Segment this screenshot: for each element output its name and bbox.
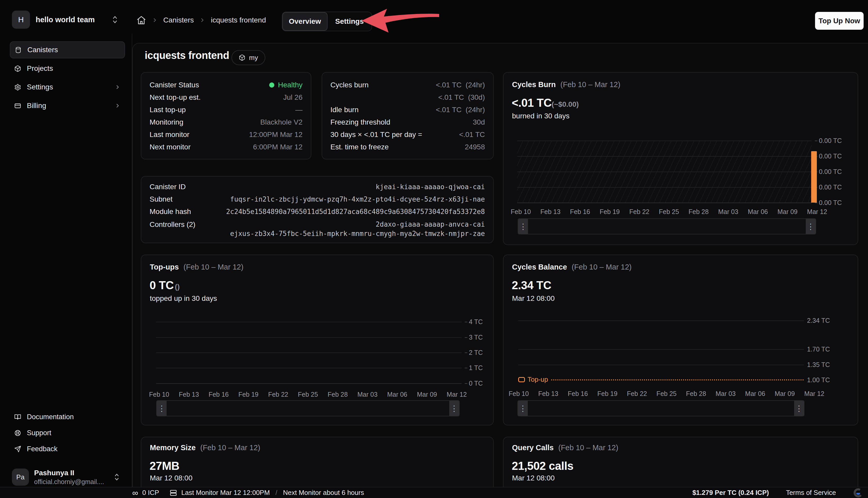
credit-card-icon [14, 102, 21, 109]
project-tag[interactable]: my [231, 50, 265, 65]
team-avatar: H [12, 11, 30, 29]
slider-handle-right[interactable]: ⋮ [794, 401, 804, 416]
sidebar-item-documentation[interactable]: Documentation [10, 409, 125, 425]
y-axis-label: 1.00 TC [807, 376, 830, 384]
y-axis-label: 0.00 TC [819, 199, 842, 207]
top-up-now-button[interactable]: Top Up Now [815, 12, 864, 30]
slider-handle-right[interactable]: ⋮ [806, 219, 816, 234]
row-value: 6:00PM Mar 12 [253, 143, 303, 151]
chart-title: Cycles Burn [512, 80, 556, 89]
x-axis: Feb 10Feb 13Feb 16Feb 19Feb 22Feb 25Feb … [511, 208, 827, 215]
sidebar-item-settings[interactable]: Settings [10, 79, 125, 96]
team-switcher[interactable]: H hello world team [12, 10, 119, 29]
sidebar-item-label: Documentation [27, 413, 74, 421]
row-label: Monitoring [150, 118, 184, 126]
cycles-burn-chart-card: Cycles Burn (Feb 10 – Mar 12) <.01 TC(~$… [503, 72, 858, 245]
next-monitor-text: Next Monitor about 6 hours [283, 489, 364, 497]
canister-id-card: Canister ID kjeai-kiaaa-aaaao-qjwoa-cai … [141, 176, 494, 243]
sidebar-item-label: Canisters [27, 46, 120, 54]
chart-range-slider[interactable]: ⋮ ⋮ [156, 400, 459, 416]
sidebar-item-label: Support [27, 429, 51, 437]
chart-date-range: (Feb 10 – Mar 12) [200, 444, 260, 452]
row-label: 30 days × <.01 TC per day = [330, 131, 422, 139]
chart-range-slider[interactable]: ⋮ ⋮ [518, 400, 804, 416]
table-row: Canister Status Healthy [150, 79, 303, 91]
slider-handle-left[interactable]: ⋮ [518, 219, 528, 234]
y-axis-label: 0.00 TC [819, 168, 842, 175]
y-axis-label: 0 TC [469, 380, 483, 387]
x-axis-label: Feb 22 [627, 390, 647, 397]
paper-plane-icon [14, 445, 21, 453]
table-row: 30 days × <.01 TC per day = <.01 TC [330, 129, 485, 141]
slider-handle-left[interactable]: ⋮ [157, 401, 166, 416]
breadcrumb-current: icquests frontend [211, 16, 266, 24]
top-ups-chart-card: Top-ups (Feb 10 – Mar 12) 0 TC () topped… [141, 254, 494, 425]
chart-subtitle: topped up in 30 days [150, 294, 217, 303]
server-icon [170, 489, 177, 497]
slider-handle-right[interactable]: ⋮ [449, 401, 459, 416]
x-axis-label: Feb 28 [686, 390, 706, 397]
chart-range-slider[interactable]: ⋮ ⋮ [518, 218, 816, 234]
chevron-right-icon [114, 102, 121, 109]
chevron-updown-icon [111, 15, 119, 24]
sidebar-item-feedback[interactable]: Feedback [10, 441, 125, 457]
sidebar-item-support[interactable]: Support [10, 425, 125, 441]
slider-track[interactable] [528, 219, 806, 234]
book-icon [14, 413, 21, 420]
row-label: Subnet [150, 195, 173, 204]
x-axis-label: Feb 25 [298, 391, 318, 398]
chevron-updown-icon [113, 473, 120, 481]
x-axis-label: Mar 06 [748, 208, 768, 215]
row-label: Est. time to freeze [330, 143, 389, 151]
x-axis-label: Feb 10 [509, 390, 529, 397]
cube-icon [14, 65, 21, 72]
team-name: hello world team [36, 15, 105, 24]
slider-track[interactable] [166, 401, 449, 416]
x-axis-label: Mar 03 [358, 391, 378, 398]
sidebar-item-billing[interactable]: Billing [10, 97, 125, 114]
controller-value: 2daxo-giaaa-aaaap-anvca-cai [230, 221, 485, 228]
chart-date-range: (Feb 10 – Mar 12) [184, 263, 243, 271]
slider-track[interactable] [528, 401, 794, 416]
user-email: official.chorniy@gmail.... [34, 478, 108, 486]
breadcrumb: Canisters icquests frontend [136, 12, 266, 28]
x-axis-label: Mar 03 [718, 208, 738, 215]
canister-status-card: Canister Status Healthy Next top-up est.… [141, 72, 311, 159]
x-axis-label: Feb 22 [268, 391, 288, 398]
row-value: <.01 TC [459, 131, 485, 139]
user-name: Pashunya II [34, 469, 108, 477]
life-ring-icon [14, 429, 21, 436]
cycles-burn-plot: 0.00 TC 0.00 TC 0.00 TC 0.00 TC 0.00 TC [517, 141, 812, 202]
table-row: Canister ID kjeai-kiaaa-aaaao-qjwoa-cai [150, 181, 485, 193]
chart-header: Top-ups (Feb 10 – Mar 12) [150, 263, 243, 271]
x-axis: Feb 10Feb 13Feb 16Feb 19Feb 22Feb 25Feb … [509, 390, 824, 397]
user-menu[interactable]: Pa Pashunya II official.chorniy@gmail...… [12, 467, 120, 487]
x-axis-label: Feb 25 [656, 390, 677, 397]
chart-date-range: (Feb 10 – Mar 12) [572, 263, 632, 271]
x-axis-label: Feb 22 [629, 208, 650, 215]
sidebar-item-label: Billing [27, 102, 108, 110]
table-row: Monitoring Blackhole V2 [150, 116, 303, 129]
row-label: Controllers (2) [150, 221, 195, 229]
avatar: Pa [12, 469, 29, 486]
breadcrumb-canisters[interactable]: Canisters [163, 16, 194, 24]
x-axis-label: Mar 09 [777, 208, 798, 215]
page-title: icquests frontend [145, 50, 229, 61]
sidebar-item-projects[interactable]: Projects [10, 60, 125, 77]
cycleops-logo[interactable] [853, 488, 863, 498]
table-row: Last monitor 12:00PM Mar 12 [150, 129, 303, 141]
row-label: Idle burn [330, 106, 359, 114]
tab-overview[interactable]: Overview [282, 12, 328, 31]
status-bar: ∞ 0 ICP Last Monitor Mar 12 12:00PM / Ne… [0, 487, 868, 498]
y-axis-label: 1.70 TC [807, 345, 830, 353]
terms-of-service-link[interactable]: Terms of Service [786, 489, 836, 497]
table-row: Freezing threshold 30d [330, 116, 485, 129]
table-row: Last top-up — [150, 104, 303, 116]
home-icon[interactable] [136, 15, 146, 25]
slider-handle-left[interactable]: ⋮ [518, 401, 528, 416]
sidebar-item-canisters[interactable]: Canisters [10, 41, 125, 58]
x-axis-label: Feb 19 [600, 208, 620, 215]
icp-balance: 0 ICP [142, 489, 159, 497]
row-value: Jul 26 [283, 93, 303, 102]
infinity-icon: ∞ [132, 489, 138, 497]
